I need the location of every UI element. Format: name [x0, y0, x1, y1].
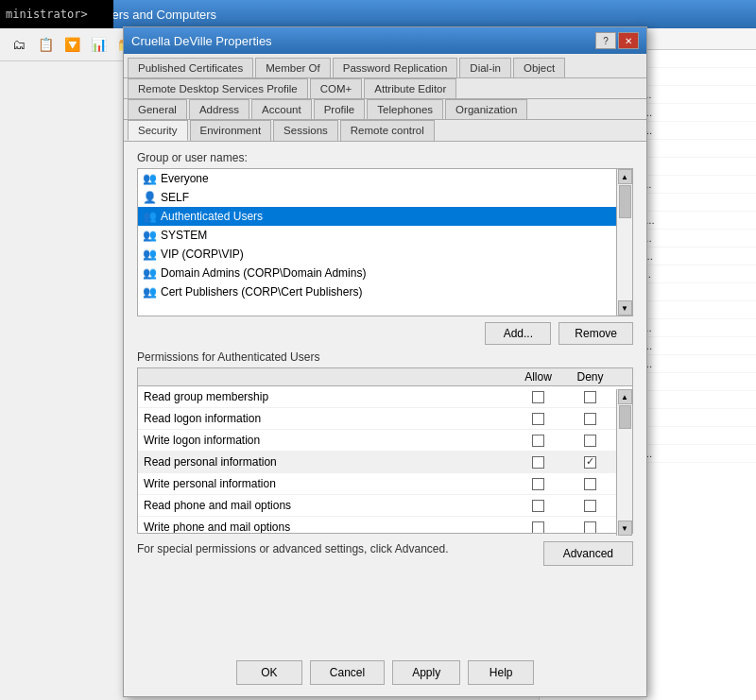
group-icon-vip: 👥 [142, 247, 157, 262]
perm-deny-read-logon[interactable] [564, 413, 616, 425]
checkbox-deny-write-phone[interactable] [584, 521, 596, 534]
toolbar-icon-1[interactable]: 🗂 [8, 33, 30, 56]
checkbox-deny-read-personal[interactable] [584, 456, 596, 469]
cancel-button[interactable]: Cancel [310, 660, 385, 685]
perm-deny-read-phone[interactable] [564, 500, 616, 512]
tab-environment[interactable]: Environment [190, 120, 272, 141]
title-buttons: ? ✕ [595, 32, 639, 49]
checkbox-deny-read-logon[interactable] [584, 413, 596, 425]
perm-row-read-phone: Read phone and mail options [138, 495, 632, 517]
perm-allow-read-phone[interactable] [512, 500, 564, 512]
perm-deny-write-logon[interactable] [564, 435, 616, 447]
group-listbox[interactable]: 👥 Everyone 👤 SELF 👥 Authenticated Users … [138, 169, 632, 316]
perms-scroll-track [618, 404, 632, 521]
perm-row-write-phone: Write phone and mail options [138, 517, 632, 533]
tab-attribute-editor[interactable]: Attribute Editor [364, 78, 456, 98]
tab-remote-control[interactable]: Remote control [340, 120, 435, 141]
tab-organization[interactable]: Organization [445, 99, 527, 119]
listbox-scrollbar[interactable]: ▲ ▼ [616, 169, 632, 316]
group-item-auth-users[interactable]: 👥 Authenticated Users [138, 207, 632, 226]
help-footer-button[interactable]: Help [468, 660, 534, 685]
checkbox-allow-write-phone[interactable] [532, 521, 544, 534]
perms-scrollbar[interactable]: ▲ ▼ [616, 389, 632, 536]
remove-button[interactable]: Remove [558, 322, 633, 345]
toolbar-icon-4[interactable]: 📊 [87, 33, 110, 56]
advanced-text: For special permissions or advanced sett… [137, 541, 534, 557]
checkbox-deny-read-group[interactable] [584, 391, 596, 403]
tab-security[interactable]: Security [128, 120, 188, 141]
perm-deny-read-group[interactable] [564, 391, 616, 403]
add-button[interactable]: Add... [485, 322, 551, 345]
checkbox-deny-write-logon[interactable] [584, 435, 596, 447]
perm-row-write-personal: Write personal information [138, 473, 632, 495]
tab-com-plus[interactable]: COM+ [310, 78, 363, 98]
tab-dial-in[interactable]: Dial-in [459, 58, 511, 77]
tab-general[interactable]: General [128, 99, 187, 119]
group-name-cert-publishers: Cert Publishers (CORP\Cert Publishers) [161, 285, 362, 299]
apply-button[interactable]: Apply [392, 660, 460, 685]
perm-name-write-phone: Write phone and mail options [138, 519, 512, 533]
perm-allow-write-phone[interactable] [512, 521, 564, 534]
close-button[interactable]: ✕ [618, 32, 639, 49]
checkbox-allow-write-logon[interactable] [532, 435, 544, 447]
properties-dialog: Cruella DeVille Properties ? ✕ Published… [123, 26, 647, 697]
perm-allow-read-logon[interactable] [512, 413, 564, 425]
perm-allow-read-personal[interactable] [512, 456, 564, 469]
perms-col-allow-header: Allow [512, 370, 564, 384]
help-button[interactable]: ? [595, 32, 616, 49]
tab-password-replication[interactable]: Password Replication [333, 58, 458, 77]
tab-profile[interactable]: Profile [314, 99, 366, 119]
group-icon-auth-users: 👥 [142, 209, 157, 224]
dialog-footer: OK Cancel Apply Help [124, 660, 646, 685]
group-name-auth-users: Authenticated Users [161, 210, 263, 223]
scroll-thumb[interactable] [619, 185, 631, 218]
tab-published-certificates[interactable]: Published Certificates [128, 58, 253, 77]
tab-telephones[interactable]: Telephones [367, 99, 443, 119]
tab-account[interactable]: Account [251, 99, 312, 119]
perms-header-spacer [616, 370, 632, 384]
perm-deny-write-personal[interactable] [564, 478, 616, 490]
dialog-title-bar: Cruella DeVille Properties ? ✕ [124, 27, 646, 54]
perm-allow-write-personal[interactable] [512, 478, 564, 490]
group-item-self[interactable]: 👤 SELF [138, 188, 632, 207]
perms-scroll-thumb[interactable] [619, 405, 631, 429]
perm-deny-write-phone[interactable] [564, 521, 616, 534]
tab-object[interactable]: Object [513, 58, 565, 77]
tab-row-4: Security Environment Sessions Remote con… [124, 120, 646, 142]
checkbox-allow-read-personal[interactable] [532, 456, 544, 469]
group-name-vip: VIP (CORP\VIP) [161, 248, 244, 261]
perms-scroll-up[interactable]: ▲ [618, 389, 632, 404]
group-icon-self: 👤 [142, 190, 157, 205]
perm-name-read-group: Read group membership [138, 388, 512, 405]
tab-member-of[interactable]: Member Of [255, 58, 331, 77]
dialog-body: Group or user names: 👥 Everyone 👤 SELF 👥… [124, 142, 646, 575]
toolbar-icon-3[interactable]: 🔽 [60, 33, 83, 56]
perm-name-read-phone: Read phone and mail options [138, 497, 512, 514]
checkbox-allow-write-personal[interactable] [532, 478, 544, 490]
perm-deny-read-personal[interactable] [564, 456, 616, 469]
advanced-button[interactable]: Advanced [543, 541, 633, 566]
group-item-everyone[interactable]: 👥 Everyone [138, 169, 632, 188]
checkbox-deny-read-phone[interactable] [584, 500, 596, 512]
group-item-system[interactable]: 👥 SYSTEM [138, 226, 632, 245]
cmd-text: ministrator> [6, 8, 88, 21]
tab-sessions[interactable]: Sessions [273, 120, 338, 141]
group-item-vip[interactable]: 👥 VIP (CORP\VIP) [138, 245, 632, 264]
checkbox-allow-read-group[interactable] [532, 391, 544, 403]
group-item-cert-publishers[interactable]: 👥 Cert Publishers (CORP\Cert Publishers) [138, 282, 632, 301]
tab-rdp-profile[interactable]: Remote Desktop Services Profile [128, 78, 308, 98]
tab-address[interactable]: Address [189, 99, 249, 119]
perms-scroll-down[interactable]: ▼ [618, 521, 632, 536]
checkbox-deny-write-personal[interactable] [584, 478, 596, 490]
group-name-system: SYSTEM [161, 229, 207, 242]
add-remove-btn-row: Add... Remove [137, 322, 633, 345]
checkbox-allow-read-phone[interactable] [532, 500, 544, 512]
checkbox-allow-read-logon[interactable] [532, 413, 544, 425]
perm-allow-read-group[interactable] [512, 391, 564, 403]
group-item-domain-admins[interactable]: 👥 Domain Admins (CORP\Domain Admins) [138, 264, 632, 282]
scroll-up-arrow[interactable]: ▲ [618, 169, 632, 184]
ok-button[interactable]: OK [236, 660, 302, 685]
toolbar-icon-2[interactable]: 📋 [34, 33, 57, 56]
scroll-down-arrow[interactable]: ▼ [618, 300, 632, 316]
perm-allow-write-logon[interactable] [512, 435, 564, 447]
